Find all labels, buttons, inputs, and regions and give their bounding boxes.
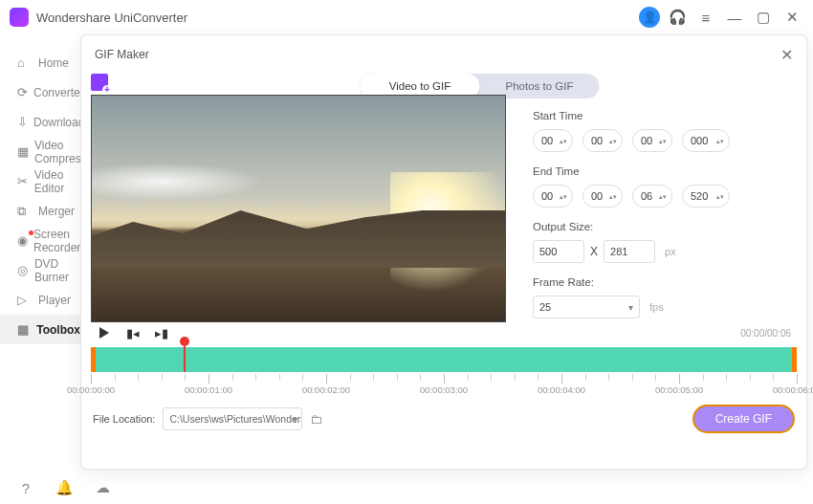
download-icon: ⇩ <box>17 115 28 129</box>
stepper-arrows-icon[interactable]: ▴▾ <box>659 130 669 151</box>
open-folder-button[interactable]: 🗀 <box>310 412 322 427</box>
end-ms-input[interactable]: 520▴▾ <box>682 185 730 208</box>
start-second-input[interactable]: 00▴▾ <box>632 129 672 152</box>
stepper-arrows-icon[interactable]: ▴▾ <box>659 186 669 207</box>
end-second-input[interactable]: 06▴▾ <box>632 185 672 208</box>
size-separator: X <box>590 245 598 258</box>
frame-rate-select[interactable]: 25 <box>533 296 640 318</box>
gif-maker-dialog: GIF Maker ✕ Video to GIF Photos to GIF S… <box>80 34 807 470</box>
sidebar-item-label: Home <box>38 56 69 70</box>
video-preview[interactable] <box>91 95 506 322</box>
stepper-arrows-icon[interactable]: ▴▾ <box>560 186 569 207</box>
prev-frame-button[interactable]: ▮◂ <box>125 325 141 340</box>
sidebar-item-recorder[interactable]: ◉Screen Recorder <box>0 226 80 255</box>
compress-icon: ▦ <box>17 144 29 159</box>
output-height-input[interactable]: 281 <box>604 240 655 263</box>
next-frame-button[interactable]: ▸▮ <box>154 325 169 340</box>
sidebar-item-label: Converter <box>33 86 84 99</box>
timeline-scale: 00:00:00:0000:00:01:0000:00:02:0000:00:0… <box>91 374 797 399</box>
start-ms-input[interactable]: 000▴▾ <box>682 129 730 152</box>
timeline[interactable]: 00:00:00:0000:00:01:0000:00:02:0000:00:0… <box>91 347 797 399</box>
timeline-tick-label: 00:00:06:00 <box>773 384 813 395</box>
sidebar-item-player[interactable]: ▷Player <box>0 285 80 315</box>
sidebar-item-editor[interactable]: ✂Video Editor <box>0 166 80 196</box>
stepper-arrows-icon[interactable]: ▴▾ <box>609 130 619 151</box>
timeline-tick-label: 00:00:04:00 <box>538 384 585 395</box>
size-unit: px <box>665 246 676 257</box>
end-minute-input[interactable]: 00▴▾ <box>582 185 623 208</box>
output-width-input[interactable]: 500 <box>533 240 584 263</box>
dialog-close-button[interactable]: ✕ <box>780 46 793 64</box>
file-location-select[interactable]: C:\Users\ws\Pictures\Wonders <box>163 407 302 430</box>
stepper-arrows-icon[interactable]: ▴▾ <box>560 130 569 151</box>
dialog-header: GIF Maker ✕ <box>81 35 806 74</box>
start-minute-input[interactable]: 00▴▾ <box>582 129 623 152</box>
close-button[interactable]: ✕ <box>780 6 803 29</box>
toolbox-icon: ▦ <box>17 322 31 337</box>
parameters-panel: Start Time 00▴▾ 00▴▾ 00▴▾ 000▴▾ End Time… <box>506 74 797 322</box>
fps-unit: fps <box>649 301 664 313</box>
dvd-icon: ◎ <box>17 263 29 277</box>
sidebar-item-label: DVD Burner <box>34 257 80 284</box>
timeline-tick-label: 00:00:03:00 <box>420 384 468 395</box>
scissors-icon: ✂ <box>17 174 29 188</box>
sidebar-item-converter[interactable]: ⟳Converter <box>0 77 80 107</box>
headset-icon[interactable]: 🎧 <box>666 6 689 29</box>
app-title: Wondershare UniConverter <box>36 11 187 25</box>
help-icon[interactable]: ? <box>15 480 36 496</box>
timeline-tick-label: 00:00:01:00 <box>185 384 232 395</box>
sidebar-item-dvd[interactable]: ◎DVD Burner <box>0 255 80 285</box>
sidebar-item-label: Toolbox <box>36 323 80 337</box>
timeline-range[interactable] <box>91 347 797 372</box>
stepper-arrows-icon[interactable]: ▴▾ <box>716 186 726 207</box>
sidebar: ⌂Home ⟳Converter ⇩Downloader ▦Video Comp… <box>0 34 80 471</box>
merge-icon: ⧉ <box>17 204 33 219</box>
maximize-button[interactable]: ▢ <box>752 6 775 29</box>
end-hour-input[interactable]: 00▴▾ <box>533 185 573 208</box>
sidebar-item-compressor[interactable]: ▦Video Compressor <box>0 137 80 166</box>
record-icon: ◉ <box>17 233 28 248</box>
end-time-label: End Time <box>533 165 797 177</box>
minimize-button[interactable]: — <box>723 6 746 29</box>
stepper-arrows-icon[interactable]: ▴▾ <box>609 186 619 207</box>
sidebar-item-label: Merger <box>38 205 75 218</box>
add-media-button[interactable] <box>91 74 108 91</box>
sidebar-item-downloader[interactable]: ⇩Downloader <box>0 107 80 137</box>
sidebar-item-label: Player <box>38 294 71 307</box>
sidebar-item-label: Screen Recorder <box>33 228 80 254</box>
cloud-icon[interactable]: ☁ <box>92 479 113 496</box>
footer: ? 🔔 ☁ <box>0 471 813 504</box>
timeline-tick-label: 00:00:00:00 <box>67 384 115 395</box>
sidebar-item-home[interactable]: ⌂Home <box>0 48 80 77</box>
user-avatar-icon[interactable]: 👤 <box>639 7 660 28</box>
dialog-title: GIF Maker <box>95 48 780 61</box>
app-logo <box>10 8 29 27</box>
sidebar-item-label: Video Editor <box>34 168 80 195</box>
output-size-label: Output Size: <box>533 221 797 232</box>
playback-controls: ▮◂ ▸▮ 00:00/00:06 <box>91 322 797 343</box>
start-time-label: Start Time <box>533 110 797 121</box>
play-icon <box>99 327 109 339</box>
stepper-arrows-icon[interactable]: ▴▾ <box>716 130 726 151</box>
player-icon: ▷ <box>17 293 33 307</box>
home-icon: ⌂ <box>17 55 33 70</box>
timeline-tick-label: 00:00:05:00 <box>655 384 703 395</box>
file-location-label: File Location: <box>93 413 155 425</box>
bell-icon[interactable]: 🔔 <box>54 479 75 496</box>
play-button[interactable] <box>97 325 112 340</box>
sidebar-item-toolbox[interactable]: ▦Toolbox <box>0 315 80 344</box>
titlebar: Wondershare UniConverter 👤 🎧 ≡ — ▢ ✕ <box>0 0 813 34</box>
playback-time: 00:00/00:06 <box>740 328 791 339</box>
frame-rate-label: Frame Rate: <box>533 276 797 288</box>
convert-icon: ⟳ <box>17 85 28 99</box>
start-hour-input[interactable]: 00▴▾ <box>533 129 573 152</box>
create-gif-button[interactable]: Create GIF <box>692 405 795 433</box>
sidebar-item-merger[interactable]: ⧉Merger <box>0 196 80 226</box>
playhead[interactable] <box>184 340 186 372</box>
menu-icon[interactable]: ≡ <box>694 6 717 29</box>
timeline-tick-label: 00:00:02:00 <box>302 384 350 395</box>
